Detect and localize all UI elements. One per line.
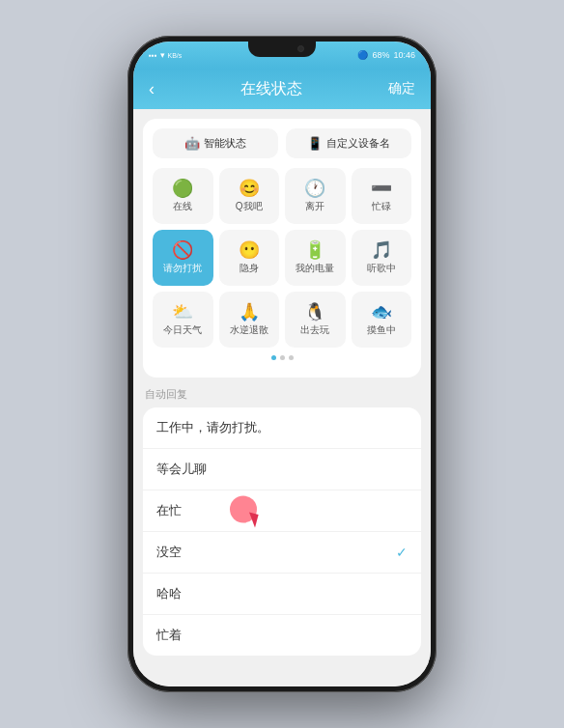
reply-item-4[interactable]: 哈哈: [143, 574, 421, 615]
online-label: 在线: [173, 200, 192, 213]
custom-device-label: 自定义设备名: [326, 136, 390, 151]
back-button[interactable]: ‹: [149, 79, 155, 99]
reply-item-0[interactable]: 工作中，请勿打扰。: [143, 407, 421, 449]
status-outing[interactable]: 🐧 出去玩: [285, 292, 346, 348]
qme-icon: 😊: [239, 180, 260, 197]
signal-icon: ▪▪▪: [149, 51, 157, 60]
dot-3: [289, 355, 294, 360]
device-icon: 📱: [307, 136, 323, 151]
wifi-icon: ▾: [160, 50, 165, 60]
custom-device-button[interactable]: 📱 自定义设备名: [286, 128, 411, 158]
smart-status-button[interactable]: 🤖 智能状态: [153, 128, 278, 158]
page-indicator: [153, 355, 411, 360]
battery-icon: 🔋: [304, 241, 325, 259]
status-online[interactable]: 🟢 在线: [153, 168, 213, 224]
dot-2: [280, 355, 285, 360]
top-buttons: 🤖 智能状态 📱 自定义设备名: [153, 128, 411, 158]
qme-label: Q我吧: [236, 200, 263, 213]
main-content: 🤖 智能状态 📱 自定义设备名 🟢 在线: [133, 109, 431, 686]
robot-icon: 🤖: [184, 136, 200, 151]
music-label: 听歌中: [367, 262, 396, 275]
network-speed: KB/s: [168, 52, 183, 59]
status-prayer[interactable]: 🙏 水逆退散: [219, 292, 280, 348]
status-right: 🔵 68% 10:46: [357, 50, 415, 60]
confirm-button[interactable]: 确定: [388, 80, 415, 98]
phone-frame: ▪▪▪ ▾ KB/s 🔵 68% 10:46 ‹ 在线状态 确定: [127, 36, 437, 692]
outing-label: 出去玩: [300, 323, 329, 337]
reply-text-4: 哈哈: [156, 585, 182, 602]
reply-item-1[interactable]: 等会儿聊: [143, 449, 421, 490]
invisible-icon: 😶: [239, 241, 260, 259]
camera: [297, 45, 304, 52]
outing-icon: 🐧: [304, 303, 325, 321]
status-invisible[interactable]: 😶 隐身: [219, 230, 280, 286]
music-icon: 🎵: [371, 241, 392, 259]
dnd-icon: 🚫: [172, 241, 193, 259]
reply-text-3: 没空: [156, 544, 182, 561]
status-busy[interactable]: ➖ 忙碌: [352, 168, 412, 224]
online-icon: 🟢: [172, 180, 193, 197]
weather-label: 今日天气: [163, 323, 202, 337]
bluetooth-icon: 🔵: [357, 50, 368, 60]
dnd-label: 请勿打扰: [163, 262, 202, 275]
busy-icon: ➖: [371, 180, 392, 197]
reply-text-2: 在忙: [156, 502, 182, 519]
phone-screen: ▪▪▪ ▾ KB/s 🔵 68% 10:46 ‹ 在线状态 确定: [133, 42, 431, 686]
invisible-label: 隐身: [240, 262, 259, 275]
weather-icon: ⛅: [172, 303, 193, 321]
status-grid: 🟢 在线 😊 Q我吧 🕐 离开 ➖ 忙碌: [153, 168, 411, 348]
reply-list: 工作中，请勿打扰。 等会儿聊 在忙 没空 哈哈: [143, 407, 421, 656]
status-dnd[interactable]: 🚫 请勿打扰: [153, 230, 213, 286]
battery-label: 我的电量: [296, 262, 334, 275]
notch: [248, 42, 316, 57]
away-label: 离开: [305, 200, 324, 213]
reply-text-1: 等会儿聊: [156, 461, 207, 478]
reply-item-3[interactable]: 没空: [143, 532, 421, 574]
status-away[interactable]: 🕐 离开: [285, 168, 346, 224]
click-circle: [230, 496, 257, 523]
battery-text: 68%: [372, 50, 389, 60]
time-text: 10:46: [393, 50, 415, 60]
reply-item-2[interactable]: 在忙: [143, 490, 421, 532]
slacking-icon: 🐟: [371, 303, 392, 321]
reply-item-5[interactable]: 忙着: [143, 615, 421, 656]
status-card: 🤖 智能状态 📱 自定义设备名 🟢 在线: [143, 119, 421, 378]
click-arrow: [245, 512, 258, 527]
click-indicator: [230, 496, 257, 526]
status-left: ▪▪▪ ▾ KB/s: [149, 50, 182, 60]
dot-1: [271, 355, 276, 360]
header: ‹ 在线状态 确定: [133, 69, 431, 109]
busy-label: 忙碌: [372, 200, 391, 213]
status-qme[interactable]: 😊 Q我吧: [219, 168, 280, 224]
auto-reply-label: 自动回复: [143, 387, 421, 402]
away-icon: 🕐: [304, 180, 325, 197]
status-weather[interactable]: ⛅ 今日天气: [153, 292, 213, 348]
prayer-label: 水逆退散: [230, 323, 268, 337]
page-title: 在线状态: [240, 79, 302, 99]
slacking-label: 摸鱼中: [367, 323, 396, 337]
reply-text-5: 忙着: [156, 627, 182, 644]
status-slacking[interactable]: 🐟 摸鱼中: [352, 292, 412, 348]
reply-text-0: 工作中，请勿打扰。: [156, 419, 269, 436]
status-music[interactable]: 🎵 听歌中: [352, 230, 412, 286]
smart-status-label: 智能状态: [204, 136, 246, 151]
prayer-icon: 🙏: [239, 303, 260, 321]
status-battery[interactable]: 🔋 我的电量: [285, 230, 346, 286]
